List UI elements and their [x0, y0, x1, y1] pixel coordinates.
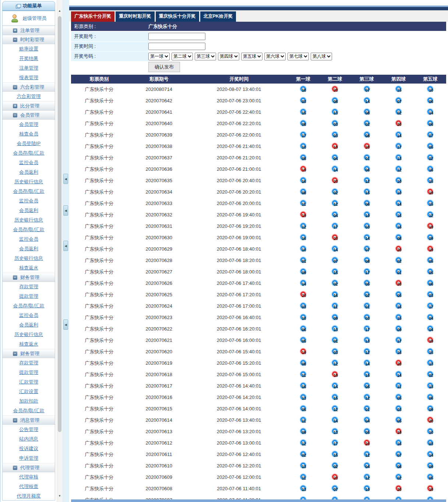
sidebar-item[interactable]: 存款管理 — [19, 283, 38, 290]
sidebar-group-label: 时时彩管理 — [20, 36, 44, 43]
sidebar-item[interactable]: 会员管理 — [19, 121, 38, 128]
ball-select-5[interactable]: 第五球 — [241, 53, 262, 60]
sidebar-scrollbar[interactable]: ▲ ▼ — [57, 0, 62, 502]
lottery-ball-blue: 15 — [427, 177, 433, 183]
sidebar-item[interactable]: 会员存/取/汇款 — [13, 188, 44, 195]
sidebar-group-label: 六合彩管理 — [20, 84, 44, 91]
sidebar-group[interactable]: −消息管理 — [3, 416, 55, 425]
ball-select-4[interactable]: 第四球 — [218, 53, 239, 60]
sidebar-group[interactable]: −六合彩管理 — [3, 82, 55, 92]
ball-select-1[interactable]: 第一球 — [148, 53, 170, 60]
sidebar-item[interactable]: 会员存/取/汇款 — [13, 150, 44, 156]
sidebar-item[interactable]: 代理月额度 — [17, 493, 41, 499]
sidebar-item[interactable]: 开奖结果 — [19, 55, 38, 62]
sidebar-item[interactable]: 核查会员 — [19, 131, 38, 137]
sidebar-item[interactable]: 会员返利 — [19, 207, 38, 214]
ball-select-2[interactable]: 第二球 — [172, 53, 193, 60]
minus-icon[interactable]: − — [13, 418, 17, 423]
sidebar-item[interactable]: 汇款设置 — [19, 388, 38, 395]
sidebar-item[interactable]: 代理审核 — [19, 474, 38, 480]
sidebar-item[interactable]: 历史银行信息 — [14, 178, 43, 185]
sidebar-item[interactable]: 公告管理 — [19, 426, 38, 433]
minus-icon[interactable]: − — [13, 275, 17, 280]
sidebar-item[interactable]: 监控会员 — [19, 312, 38, 319]
ball-select-6[interactable]: 第六球 — [264, 53, 286, 60]
minus-icon[interactable]: − — [13, 113, 17, 117]
ball-cell: 06 — [415, 118, 446, 129]
lottery-ball-blue: 18 — [300, 86, 306, 92]
category-cell: 广东快乐十分 — [71, 141, 127, 152]
sidebar-item[interactable]: 会员登陆IP — [17, 140, 40, 147]
sidebar-group[interactable]: +注单管理 — [3, 26, 55, 35]
sidebar-item[interactable]: 历史银行信息 — [14, 331, 43, 338]
sidebar-item[interactable]: 监控会员 — [19, 236, 38, 243]
sidebar-item[interactable]: 监控会员 — [19, 198, 38, 204]
plus-icon[interactable]: + — [13, 104, 17, 108]
collapse-arrow-icon[interactable]: ◀ — [63, 241, 68, 251]
category-cell: 广东快乐十分 — [71, 426, 127, 437]
sidebar-group[interactable]: −财务管理 — [3, 273, 55, 282]
sidebar-item[interactable]: 会员存/取/汇款 — [13, 226, 44, 233]
sidebar-item[interactable]: 核查返水 — [19, 265, 38, 271]
minus-icon[interactable]: − — [13, 351, 17, 356]
sidebar-group[interactable]: −代理管理 — [3, 463, 55, 472]
period-cell: 2020070612 — [127, 437, 191, 449]
sidebar-item[interactable]: 核查返水 — [19, 341, 38, 347]
ball-cell: 15 — [382, 84, 414, 95]
lottery-ball-red: 19 — [427, 337, 433, 343]
category-cell: 广东快乐十分 — [71, 163, 127, 175]
plus-icon[interactable]: + — [13, 28, 17, 33]
scroll-up-icon[interactable]: ▲ — [57, 9, 62, 13]
lottery-ball-blue: 17 — [396, 143, 401, 149]
category-cell: 广东快乐十分 — [71, 84, 127, 95]
sidebar-group[interactable]: −时时彩管理 — [3, 35, 55, 44]
sidebar-item[interactable]: 汇款管理 — [19, 379, 38, 385]
sidebar-item[interactable]: 赔率设置 — [19, 46, 38, 52]
sidebar-item[interactable]: 存款管理 — [19, 360, 38, 366]
tab[interactable]: 重庆时时彩开奖 — [116, 11, 155, 22]
sidebar-group[interactable]: −财务管理 — [3, 349, 55, 358]
sidebar-item[interactable]: 六合彩管理 — [17, 93, 41, 100]
minus-icon[interactable]: − — [13, 38, 17, 42]
collapse-arrow-icon[interactable]: ◀ — [63, 205, 68, 216]
sidebar-item[interactable]: 代理核查 — [19, 483, 38, 490]
ball-cell: 05 — [351, 380, 382, 392]
period-input[interactable] — [148, 33, 205, 40]
sidebar-item[interactable]: 加款扣款 — [19, 398, 38, 404]
sidebar-item[interactable]: 投诉建议 — [19, 445, 38, 452]
sidebar-item[interactable]: 会员返利 — [19, 322, 38, 328]
sidebar-item[interactable]: 历史银行信息 — [14, 255, 43, 262]
sidebar-item[interactable]: 会员存/取/汇款 — [13, 303, 44, 309]
ball-select-3[interactable]: 第三球 — [195, 53, 216, 60]
tab-active[interactable]: 广东快乐十分开奖 — [71, 11, 114, 22]
tab[interactable]: 北京PK拾开奖 — [200, 11, 236, 22]
sidebar-item[interactable]: 会员存/取/汇款 — [13, 407, 44, 414]
sidebar-group[interactable]: +比分管理 — [3, 101, 55, 110]
sidebar-item[interactable]: 会员返利 — [19, 245, 38, 252]
sidebar-item[interactable]: 提款管理 — [19, 293, 38, 300]
scroll-down-icon[interactable]: ▼ — [57, 494, 62, 498]
confirm-publish-button[interactable]: 确认发布 — [148, 62, 180, 72]
ball-cell: 05 — [382, 289, 414, 300]
sidebar-item[interactable]: 监控会员 — [19, 159, 38, 166]
collapse-arrow-icon[interactable]: ◀ — [63, 174, 68, 184]
time-cell: 2020-07-06 21:00:01 — [191, 163, 287, 175]
sidebar-item[interactable]: 提款管理 — [19, 369, 38, 376]
sidebar-item[interactable]: 报表管理 — [19, 74, 38, 81]
sidebar-group[interactable]: −会员管理 — [3, 110, 55, 120]
scrollbar-thumb[interactable] — [58, 16, 61, 432]
collapse-arrow-icon[interactable]: ◀ — [63, 319, 68, 330]
tab[interactable]: 重庆快乐十分开奖 — [156, 11, 199, 22]
ball-select-8[interactable]: 第八球 — [311, 53, 332, 60]
sidebar-item[interactable]: 申诉管理 — [19, 455, 38, 462]
sidebar-item[interactable]: 会员返利 — [19, 169, 38, 176]
sidebar-item[interactable]: 历史银行信息 — [14, 217, 43, 223]
table-row: 广东快乐十分20200706232020-07-06 16:40:0110090… — [71, 312, 446, 323]
sidebar-item[interactable]: 站内消息 — [19, 436, 38, 442]
time-input[interactable] — [148, 43, 205, 50]
minus-icon[interactable]: − — [13, 85, 17, 89]
minus-icon[interactable]: − — [13, 466, 17, 470]
ball-cell: 15 — [382, 312, 414, 323]
sidebar-item[interactable]: 注单管理 — [19, 65, 38, 71]
ball-select-7[interactable]: 第七球 — [288, 53, 309, 60]
